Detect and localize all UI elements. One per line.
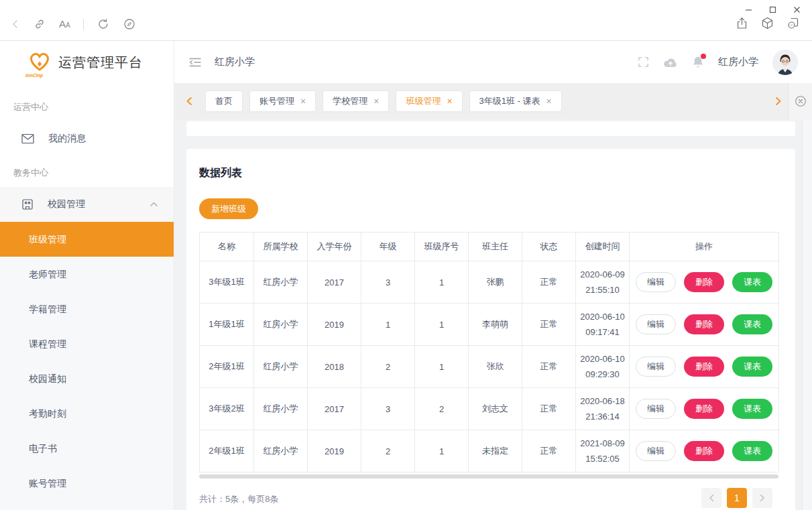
cell-created: 2020-06-10 09:17:41 [576, 304, 630, 346]
share-icon[interactable] [735, 16, 749, 30]
data-list-card: 数据列表 新增班级 名称 所属学校 入学年份 年级 班 [186, 149, 795, 510]
cell-actions: 编辑 删除 课表 [630, 388, 779, 430]
edit-button[interactable]: 编辑 [636, 441, 676, 461]
cell-status: 正常 [522, 430, 576, 472]
tab-list: 首页 账号管理 学校管理 班级管理 3年级1班 - 课表 [205, 90, 562, 112]
cell-class-no: 1 [415, 261, 469, 304]
font-size-icon[interactable] [59, 18, 70, 30]
teacher-link[interactable]: 刘志文 [469, 388, 522, 430]
delete-button[interactable]: 删除 [684, 314, 724, 334]
cell-year: 2018 [308, 346, 361, 388]
notifications-bell-icon[interactable] [692, 56, 704, 68]
notification-badge [701, 54, 706, 59]
user-name[interactable]: 红房小学 [718, 56, 758, 68]
table-header-row: 名称 所属学校 入学年份 年级 班级序号 班主任 状态 创建时间 操作 [200, 233, 779, 261]
tabs-scroll-right-icon[interactable] [774, 83, 782, 119]
link-icon[interactable] [33, 17, 46, 31]
delete-button[interactable]: 删除 [684, 272, 724, 292]
sidebar-item-course-management[interactable]: 课程管理 [0, 326, 174, 361]
cell-created: 2020-06-10 09:29:30 [576, 346, 630, 388]
close-tab-icon[interactable] [300, 97, 306, 106]
fullscreen-icon[interactable] [638, 56, 649, 68]
cell-name: 3年级1班 [200, 261, 254, 304]
plugin-icon[interactable] [786, 16, 800, 30]
tab-school-management[interactable]: 学校管理 [323, 90, 389, 112]
tab-class-schedule[interactable]: 3年级1班 - 课表 [469, 90, 562, 112]
sidebar-item-teacher-management[interactable]: 老师管理 [0, 257, 174, 292]
sidebar-item-my-messages[interactable]: 我的消息 [0, 121, 174, 156]
horizontal-scrollbar[interactable] [199, 474, 778, 479]
col-name: 名称 [200, 233, 254, 261]
schedule-button[interactable]: 课表 [732, 399, 772, 419]
heart-logo-icon: InnChip [25, 48, 54, 77]
teacher-link[interactable]: 张欣 [469, 346, 522, 388]
edit-button[interactable]: 编辑 [636, 314, 676, 334]
cell-school: 红房小学 [254, 346, 308, 388]
vertical-scrollbar[interactable] [802, 119, 812, 510]
compass-icon[interactable] [123, 17, 136, 31]
cell-name: 2年级1班 [200, 430, 254, 472]
section-label-academic: 教务中心 [13, 167, 174, 179]
cell-class-no: 1 [415, 304, 469, 346]
table-row: 1年级1班 红房小学 2019 1 1 李萌萌 正常 2020-06-10 09… [200, 304, 779, 346]
sidebar-item-account-management[interactable]: 账号管理 [0, 466, 174, 501]
app-window: InnChip 运营管理平台 运营中心 我的消息 教务中心 [0, 0, 812, 510]
back-icon[interactable] [11, 19, 20, 29]
edit-button[interactable]: 编辑 [636, 399, 676, 419]
prev-page-icon[interactable] [701, 488, 721, 508]
current-page-button[interactable]: 1 [727, 488, 747, 508]
cell-school: 红房小学 [254, 304, 308, 346]
delete-button[interactable]: 删除 [684, 399, 724, 419]
delete-button[interactable]: 删除 [684, 441, 724, 461]
edit-button[interactable]: 编辑 [636, 357, 676, 377]
tabs-scroll-left-icon[interactable] [185, 97, 193, 106]
close-all-tabs-icon[interactable] [788, 83, 812, 119]
minimize-button[interactable] [740, 3, 757, 15]
close-button[interactable] [788, 3, 805, 15]
sidebar-item-campus-notice[interactable]: 校园通知 [0, 361, 174, 396]
cell-class-no: 1 [415, 346, 469, 388]
close-tab-icon[interactable] [447, 97, 452, 106]
maximize-button[interactable] [764, 3, 781, 15]
add-class-button[interactable]: 新增班级 [199, 198, 258, 219]
teacher-link[interactable]: 未指定 [469, 430, 522, 472]
cube-icon[interactable] [760, 16, 774, 30]
refresh-icon[interactable] [97, 17, 110, 31]
cell-school: 红房小学 [254, 430, 308, 472]
col-class-no: 班级序号 [415, 233, 469, 261]
sidebar-item-attendance-time[interactable]: 考勤时刻 [0, 396, 174, 431]
teacher-link[interactable]: 李萌萌 [469, 304, 522, 346]
cell-status: 正常 [522, 388, 576, 430]
tab-account-management[interactable]: 账号管理 [249, 90, 316, 112]
sidebar-item-class-management[interactable]: 班级管理 [0, 222, 174, 257]
cell-status: 正常 [522, 304, 576, 346]
cell-name: 1年级1班 [200, 304, 254, 346]
menu-fold-icon[interactable] [189, 57, 201, 68]
teacher-link[interactable]: 张鹏 [469, 261, 522, 304]
cell-created: 2020-06-09 21:55:10 [576, 261, 630, 304]
schedule-button[interactable]: 课表 [732, 314, 772, 334]
col-year: 入学年份 [308, 233, 361, 261]
cell-actions: 编辑 删除 课表 [630, 430, 779, 472]
next-page-icon[interactable] [752, 488, 772, 508]
cloud-upload-icon[interactable] [663, 57, 678, 68]
sidebar-item-ebook[interactable]: 电子书 [0, 431, 174, 466]
delete-button[interactable]: 删除 [684, 357, 724, 377]
cell-year: 2019 [308, 430, 361, 472]
table-row: 2年级1班 红房小学 2018 2 1 张欣 正常 2020-06-10 09:… [200, 346, 779, 388]
cell-status: 正常 [522, 346, 576, 388]
schedule-button[interactable]: 课表 [732, 441, 772, 461]
tab-class-management[interactable]: 班级管理 [396, 90, 462, 112]
tab-home[interactable]: 首页 [205, 90, 243, 112]
schedule-button[interactable]: 课表 [732, 357, 772, 377]
sidebar-item-student-records[interactable]: 学籍管理 [0, 292, 174, 326]
schedule-button[interactable]: 课表 [732, 272, 772, 292]
edit-button[interactable]: 编辑 [636, 272, 676, 292]
avatar[interactable] [772, 50, 798, 75]
cell-year: 2017 [308, 388, 361, 430]
close-tab-icon[interactable] [373, 97, 379, 106]
toolbar-divider [83, 19, 84, 30]
cell-created: 2021-08-09 15:52:05 [576, 430, 630, 472]
close-tab-icon[interactable] [546, 97, 552, 106]
sidebar-item-campus-management[interactable]: 校园管理 [0, 187, 174, 222]
